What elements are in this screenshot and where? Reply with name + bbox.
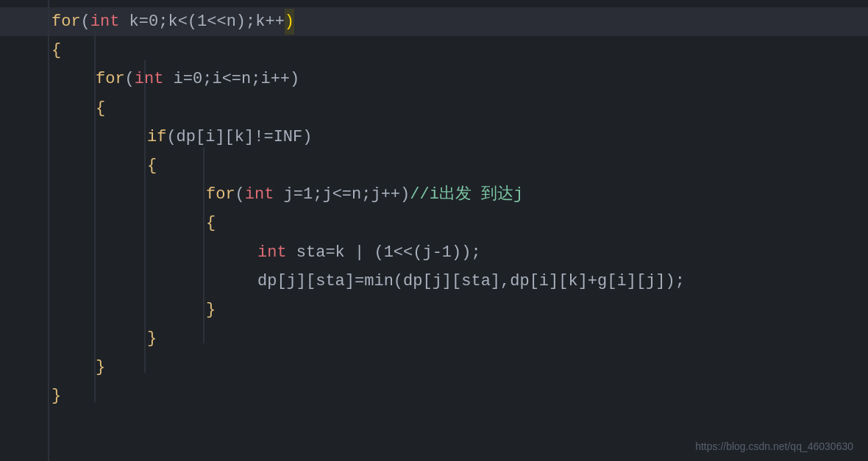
code-line-13: } xyxy=(0,353,868,382)
code-line-14: } xyxy=(0,382,868,410)
keyword-for: for xyxy=(51,9,81,35)
code-line-5: if(dp[i][k]!=INF) xyxy=(0,123,868,151)
code-line-4: { xyxy=(0,94,868,123)
code-line-3: for(int i=0;i<=n;i++) xyxy=(0,65,868,93)
code-line-7: for(int j=1;j<=n;j++)//i出发 到达j xyxy=(0,180,868,209)
code-line-9: int sta=k | (1<<(j-1)); xyxy=(0,238,868,267)
code-line-6: { xyxy=(0,151,868,180)
code-editor: for(int k=0;k<(1<<n);k++) { for(int i=0;… xyxy=(0,0,868,461)
code-line-11: } xyxy=(0,296,868,324)
code-line-1: for(int k=0;k<(1<<n);k++) xyxy=(0,7,868,36)
watermark: https://blog.csdn.net/qq_46030630 xyxy=(695,440,853,452)
code-line-10: dp[j][sta]=min(dp[j][sta],dp[i][k]+g[i][… xyxy=(0,267,868,296)
code-line-12: } xyxy=(0,324,868,353)
code-line-8: { xyxy=(0,209,868,237)
code-line-2: { xyxy=(0,36,868,65)
